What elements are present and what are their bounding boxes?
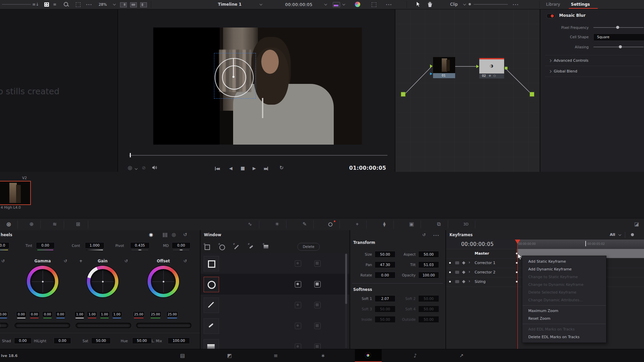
viewer-more-icon[interactable]: ••• [386,3,392,6]
hand-tool-icon[interactable] [427,1,433,7]
wheels-reset-icon[interactable]: ↺ [183,232,187,237]
add-curve-window-button[interactable]: + [247,242,255,250]
window-shape-row-gradient[interactable] [200,336,350,349]
offset-reset-icon[interactable]: ↺ [183,259,187,263]
pointer-tool-icon[interactable] [416,1,421,7]
track-keyframe-icon[interactable] [462,261,466,265]
node1-key-input-icon[interactable] [430,72,432,75]
sat-value[interactable]: 50.00 [91,338,111,344]
gamma-color-wheel[interactable] [27,266,58,297]
effect-enable-toggle[interactable] [546,13,555,18]
grid-view-icon[interactable] [44,2,49,7]
transform-reset-icon[interactable]: ↺ [422,233,426,237]
adjustment-value-5[interactable]: 0.00 [172,242,191,249]
timecode-chevron-down-icon[interactable] [324,3,327,5]
go-to-start-button[interactable]: ◀◀ [215,166,219,170]
menu-item-delete-edl-marks-on-tracks[interactable]: Delete EDL Marks on Tracks [522,333,606,341]
keyframes-filter[interactable]: All [610,232,615,237]
node1-rgb-input-icon[interactable] [430,64,433,68]
track-enable-dot[interactable] [449,271,451,273]
offset-master-dial[interactable] [136,323,192,328]
wheel-mode-icon[interactable]: + [79,259,83,263]
track-expand-chevron-icon[interactable]: › [469,279,470,283]
page-cut-icon[interactable]: ◩ [225,353,234,359]
softness-value-outside[interactable]: 50.00 [418,316,439,323]
curves-palette-icon[interactable]: ∿ [245,221,255,227]
gamma-reset-icon[interactable]: ↺ [64,259,67,263]
offset-color-wheel[interactable] [148,266,179,297]
window-list-scrollbar[interactable] [345,254,347,348]
tab-library[interactable]: Library [546,2,560,7]
loop-button[interactable]: ↻ [279,165,284,170]
grade-mode-selector[interactable]: Clip [450,2,458,7]
node-graph-panel[interactable]: 01 ◑ 02 ⊘ ○ [395,9,540,172]
circle-window-swatch[interactable] [204,277,219,292]
color-wheels-palette-icon[interactable]: ◎ [4,221,13,227]
wheel-value-box[interactable]: 25.00 [150,311,161,317]
viewer-image[interactable] [153,28,362,145]
window-shape-row-square[interactable] [200,253,350,274]
softness-value-soft-2[interactable]: 50.00 [418,295,439,302]
gamut-chevron-down-icon[interactable] [135,167,138,170]
window-mask-toggle[interactable] [314,323,321,329]
audio-mute-icon[interactable] [152,165,158,170]
transform-value-opacity[interactable]: 100.00 [418,272,439,278]
3d-palette-icon[interactable]: 3D [461,221,471,226]
step-back-button[interactable]: ◀ [229,166,232,170]
zoom-level[interactable]: 28% [99,2,107,7]
color-boost-icon[interactable] [355,2,360,7]
blur-palette-icon[interactable]: ⧫ [380,221,389,227]
wheel-value-box[interactable]: 1.00 [99,311,110,317]
viewer-playhead[interactable] [130,153,131,157]
add-square-window-button[interactable]: + [203,242,211,250]
softness-value-soft-4[interactable]: 50.00 [418,306,439,312]
corrector-node-1[interactable]: 01 [433,57,455,79]
global-blend-group[interactable]: Global Blend [549,69,577,73]
gain-master-dial[interactable] [76,323,131,328]
output-node[interactable] [530,92,534,97]
aliasing-slider[interactable] [593,47,644,47]
page-media-icon[interactable]: ▤ [178,353,187,359]
adjustment-value-3[interactable]: 1.000 [85,242,104,249]
viewer-layout-icon-2[interactable] [130,2,137,7]
play-button[interactable]: ▶ [253,166,256,170]
window-mask-toggle[interactable] [314,260,321,267]
log-wheels-icon[interactable]: ◎ [172,232,176,237]
selected-clip-thumbnail[interactable] [0,181,31,205]
wheel-value-box[interactable]: 25.00 [133,311,145,317]
go-to-end-button[interactable]: ▶▶ [264,166,268,170]
window-active-toggle[interactable] [295,260,301,267]
window-active-toggle[interactable] [295,302,301,308]
wheel-value-box[interactable]: 0.00 [16,311,26,317]
tracker-palette-icon[interactable]: ⌖ [353,221,362,227]
track-enable-dot[interactable] [449,262,451,264]
transform-value-aspect[interactable]: 50.00 [418,251,439,258]
stereo-palette-icon[interactable]: ◪ [632,221,641,227]
primaries-wheels-icon[interactable]: ◉ [149,232,153,237]
clip-more-icon[interactable]: ••• [513,3,519,6]
sizing-palette-icon[interactable]: ⧉ [434,221,443,227]
window-overlay-axis[interactable] [233,58,234,77]
motion-effects-palette-icon[interactable]: ⊞ [73,221,83,227]
menu-item-reset-zoom[interactable]: Reset Zoom [522,315,606,322]
sort-icon[interactable]: ≡↓ [32,2,39,7]
grade-mode-chevron-down-icon[interactable] [463,3,466,5]
gain-color-wheel[interactable] [87,266,118,297]
corrector-node-2[interactable]: ◑ 02 ⊘ ○ [479,58,504,79]
window-mask-toggle[interactable] [314,281,321,288]
aliasing-knob[interactable] [619,45,622,48]
adjustment-value-1[interactable]: 0.0 [0,242,9,249]
lut-icon[interactable] [333,2,340,7]
menu-item-maximum-zoom[interactable]: Maximum Zoom [522,307,606,315]
source-node[interactable] [401,92,406,97]
zoom-chevron-down-icon[interactable] [113,3,116,5]
hilight-value[interactable]: 0.00 [54,338,71,344]
viewer-scrubber[interactable] [129,155,387,156]
key-palette-icon[interactable]: ▣ [407,221,416,227]
rgb-mixer-palette-icon[interactable]: ≋ [50,221,59,227]
track-lock-icon[interactable] [455,271,459,274]
pen-window-swatch[interactable] [204,318,219,334]
track-expand-chevron-icon[interactable]: › [469,269,470,274]
keyframe-playhead-marker[interactable] [515,240,520,244]
square-window-swatch[interactable] [204,256,219,271]
